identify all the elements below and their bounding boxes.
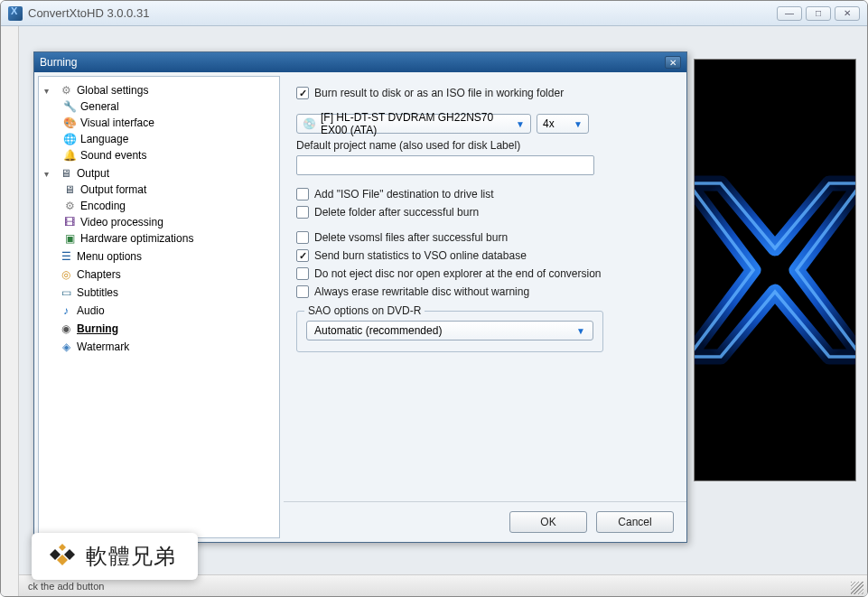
delete-folder-checkbox[interactable]: [296, 206, 309, 219]
no-eject-checkbox[interactable]: [296, 267, 309, 280]
delete-vsomsl-label: Delete vsomsl files after successful bur…: [314, 231, 508, 244]
burn-icon: ◉: [59, 322, 73, 336]
settings-tree[interactable]: ▾ ⚙ Global settings 🔧 General 🎨 Vis: [38, 76, 280, 538]
tree-label: Video processing: [80, 216, 163, 229]
tree-label: Audio: [77, 304, 105, 317]
drive-icon: 💿: [303, 117, 315, 130]
disc-icon: ◎: [59, 267, 73, 282]
no-eject-label: Do not eject disc nor open explorer at t…: [314, 267, 602, 280]
close-button[interactable]: ✕: [835, 6, 860, 21]
tree-label: Output format: [80, 183, 146, 196]
settings-dialog: Burning ✕ ▾ ⚙ Global settings 🔧: [33, 51, 687, 543]
tree-language[interactable]: 🌐 Language: [61, 131, 275, 147]
dialog-titlebar[interactable]: Burning ✕: [34, 52, 686, 72]
gear-icon: ⚙: [59, 83, 73, 98]
dialog-close-button[interactable]: ✕: [665, 56, 681, 69]
send-stats-checkbox[interactable]: [296, 249, 309, 262]
tree-sound-events[interactable]: 🔔 Sound events: [61, 147, 275, 163]
speed-select[interactable]: 4x ▼: [537, 114, 589, 134]
tree-label: Burning: [77, 322, 118, 335]
tree-visual-interface[interactable]: 🎨 Visual interface: [61, 115, 275, 131]
film-icon: 🎞: [62, 215, 77, 229]
add-iso-checkbox[interactable]: [296, 188, 309, 201]
drive-select[interactable]: 💿 [F] HL-DT-ST DVDRAM GH22NS70 EX00 (ATA…: [296, 114, 531, 134]
svg-marker-3: [59, 544, 66, 551]
tree-hardware-opt[interactable]: ▣ Hardware optimizations: [61, 230, 275, 247]
tree-output[interactable]: ▾ 🖥 Output: [42, 165, 275, 182]
divider: [284, 501, 686, 502]
cancel-label: Cancel: [618, 516, 651, 528]
burn-result-checkbox[interactable]: [296, 87, 309, 99]
tree-label: Subtitles: [77, 286, 118, 299]
subtitle-icon: ▭: [59, 285, 73, 300]
settings-content: Burn result to disk or as an ISO file in…: [284, 72, 686, 542]
delete-folder-label: Delete folder after successful burn: [314, 206, 479, 219]
tree-label: Sound events: [80, 149, 146, 162]
tree-menu-options[interactable]: ☰ Menu options: [42, 248, 275, 265]
resize-grip-icon[interactable]: [851, 582, 863, 594]
tree-video-processing[interactable]: 🎞 Video processing: [61, 214, 275, 230]
tree-label: Menu options: [77, 250, 142, 263]
tree-general[interactable]: 🔧 General: [61, 98, 275, 115]
tree-watermark[interactable]: ◈ Watermark: [42, 339, 275, 355]
add-iso-label: Add "ISO File" destination to drive list: [314, 188, 494, 201]
sao-select[interactable]: Automatic (recommended) ▼: [306, 321, 593, 340]
chevron-down-icon: ▼: [516, 119, 525, 129]
watermark-text: 軟體兄弟: [86, 542, 176, 571]
tree-chapters[interactable]: ◎ Chapters: [42, 266, 275, 283]
window-title: ConvertXtoHD 3.0.0.31: [28, 6, 149, 20]
sao-value: Automatic (recommended): [314, 324, 442, 337]
tree-label: Global settings: [77, 84, 148, 97]
left-edge: [1, 26, 19, 596]
tree-label: Hardware optimizations: [80, 232, 193, 245]
tree-label: Encoding: [80, 200, 126, 212]
bell-icon: 🔔: [62, 148, 77, 163]
chevron-down-icon: ▼: [576, 326, 585, 336]
default-project-input[interactable]: [296, 155, 594, 175]
note-icon: ♪: [59, 303, 73, 318]
tree-global-settings[interactable]: ▾ ⚙ Global settings: [42, 82, 275, 98]
tree-label: Visual interface: [80, 117, 154, 129]
menu-icon: ☰: [59, 249, 73, 264]
preview-panel: [694, 59, 856, 481]
tree-encoding[interactable]: ⚙ Encoding: [61, 198, 275, 214]
tree-subtitles[interactable]: ▭ Subtitles: [42, 285, 275, 301]
default-project-label: Default project name (also used for disk…: [296, 139, 674, 152]
wrench-icon: 🔧: [62, 99, 77, 114]
globe-icon: 🌐: [62, 132, 77, 146]
watermark-icon: ◈: [59, 340, 73, 354]
collapse-icon[interactable]: ▾: [44, 86, 55, 96]
minimize-button[interactable]: —: [777, 6, 802, 21]
watermark-overlay: 軟體兄弟: [32, 533, 198, 580]
drive-value: [F] HL-DT-ST DVDRAM GH22NS70 EX00 (ATA): [321, 111, 510, 136]
titlebar[interactable]: ConvertXtoHD 3.0.0.31 — □ ✕: [1, 1, 867, 26]
gear-icon: ⚙: [62, 199, 77, 213]
sao-fieldset: SAO options on DVD-R Automatic (recommen…: [296, 311, 603, 352]
ok-label: OK: [540, 516, 555, 528]
tree-burning[interactable]: ◉ Burning: [42, 321, 275, 337]
tree-label: Output: [77, 167, 109, 180]
dialog-title: Burning: [40, 56, 77, 69]
speed-value: 4x: [543, 117, 555, 130]
tree-audio[interactable]: ♪ Audio: [42, 303, 275, 319]
monitor-icon: 🖥: [62, 182, 77, 197]
delete-vsomsl-checkbox[interactable]: [296, 231, 309, 244]
chevron-down-icon: ▼: [574, 119, 583, 129]
chip-icon: ▣: [62, 231, 77, 246]
cancel-button[interactable]: Cancel: [596, 511, 674, 533]
app-icon: [8, 6, 23, 21]
application-window: ConvertXtoHD 3.0.0.31 — □ ✕ ➡: [0, 0, 868, 597]
always-erase-checkbox[interactable]: [296, 285, 309, 298]
tree-label: Language: [80, 133, 128, 145]
tree-output-format[interactable]: 🖥 Output format: [61, 182, 275, 198]
burn-result-label: Burn result to disk or as an ISO file in…: [314, 87, 564, 99]
send-stats-label: Send burn statistics to VSO online datab…: [314, 249, 527, 262]
maximize-button[interactable]: □: [806, 6, 831, 21]
collapse-icon[interactable]: ▾: [44, 169, 55, 179]
tree-label: Chapters: [77, 268, 121, 281]
handshake-icon: [48, 542, 77, 571]
status-text: ck the add button: [28, 581, 104, 592]
monitor-icon: 🖥: [59, 166, 73, 181]
ok-button[interactable]: OK: [509, 511, 587, 533]
always-erase-label: Always erase rewritable disc without war…: [314, 285, 529, 298]
